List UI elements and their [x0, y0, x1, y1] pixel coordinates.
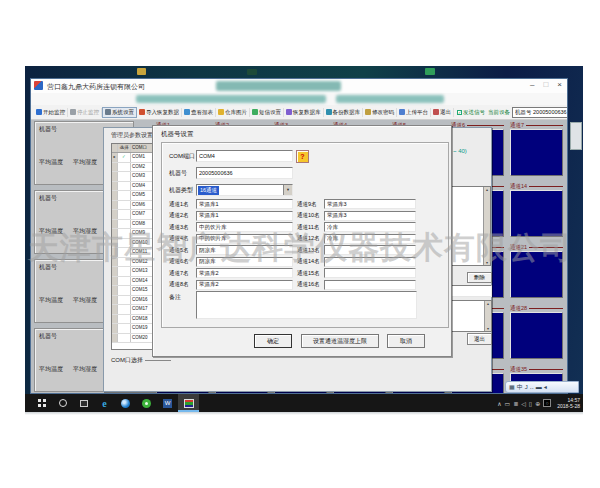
word-button[interactable]: W [157, 394, 178, 412]
channel-name-input[interactable] [324, 280, 416, 290]
com-select-checkbox[interactable] [118, 258, 131, 267]
channel-name-input[interactable] [196, 234, 293, 244]
minimize-button[interactable]: – [530, 80, 534, 89]
com-select-checkbox[interactable] [118, 163, 131, 172]
desktop-icon-green[interactable] [425, 68, 435, 75]
ok-button[interactable]: 确定 [254, 334, 292, 348]
com-port-row[interactable]: COM12 [112, 258, 155, 268]
desktop-icon-dark[interactable] [247, 69, 257, 75]
com-select-checkbox[interactable] [118, 201, 131, 210]
com-select-checkbox[interactable] [118, 267, 131, 276]
channel-name-input[interactable] [324, 268, 416, 278]
antivirus-button[interactable] [136, 394, 157, 412]
help-button[interactable]: ? [296, 150, 309, 163]
monitor-app-button[interactable] [178, 394, 199, 412]
restore-database-button[interactable]: 恢复数据库 [284, 108, 324, 117]
device-combobox[interactable]: 机器号 20005000636 16通道 ▼ [512, 107, 567, 118]
com-port-row[interactable]: COM2 [112, 163, 155, 173]
ime-band-icon[interactable]: ▬ [536, 382, 542, 392]
com-port-row[interactable]: COM6 [112, 201, 155, 211]
channel-name-input[interactable] [324, 222, 416, 232]
channel-name-input[interactable] [196, 280, 293, 290]
com-port-row[interactable]: COM4 [112, 182, 155, 192]
com-select-checkbox[interactable] [118, 277, 131, 286]
set-channel-limits-button[interactable]: 设置通道温湿度上限 [301, 334, 379, 348]
com-port-row[interactable]: COM13 [112, 267, 155, 277]
scroll-up-icon[interactable]: ▴ [486, 187, 488, 192]
com-port-row[interactable]: COM7 [112, 210, 155, 220]
ime-language-bar[interactable]: ▦ 中 J ‥ ▬ ◂ [505, 381, 579, 393]
scroll-up-icon[interactable]: ▴ [487, 301, 489, 306]
com-select-checkbox[interactable] [118, 172, 131, 181]
channel-name-input[interactable] [196, 211, 293, 221]
channel-name-input[interactable] [324, 257, 416, 267]
edge-button[interactable]: e [94, 394, 115, 412]
view-reports-button[interactable]: 查看报表 [182, 108, 216, 117]
com-port-row[interactable]: COM14 [112, 277, 155, 287]
send-signal-checkbox[interactable]: ✓ [457, 110, 462, 115]
tray-app-icon[interactable]: ○ [543, 399, 551, 407]
import-restore-data-button[interactable]: 导入恢复数据 [137, 108, 182, 117]
com-select-checkbox[interactable] [118, 305, 131, 314]
ime-arrow-icon[interactable]: ◂ [544, 382, 547, 392]
channel-name-input[interactable] [196, 222, 293, 232]
com-select-checkbox[interactable] [118, 248, 131, 257]
sms-settings-button[interactable]: 短信设置 [250, 108, 284, 117]
machine-no-input[interactable] [196, 167, 293, 179]
task-view-button[interactable] [73, 394, 94, 412]
start-button[interactable] [31, 394, 52, 412]
channel-name-input[interactable] [196, 257, 293, 267]
tray-monitor-icon[interactable]: ▯ [529, 400, 532, 407]
stop-monitoring-button[interactable]: 停止监控 [68, 108, 102, 117]
com-port-row[interactable]: COM11 [112, 248, 155, 258]
com-select-checkbox[interactable]: ✓ [118, 153, 131, 162]
admin-exit-button[interactable]: 退出 [467, 333, 492, 345]
com-port-row[interactable]: COM17 [112, 305, 155, 315]
channel-name-input[interactable] [196, 245, 293, 255]
com-port-row[interactable]: COM8 [112, 220, 155, 230]
browser-button[interactable] [115, 394, 136, 412]
com-port-row[interactable]: COM9 [112, 229, 155, 239]
com-select-checkbox[interactable] [118, 286, 131, 295]
scroll-down-icon[interactable]: ▾ [486, 260, 488, 265]
tray-chevron-up-icon[interactable]: ∧ [497, 400, 501, 407]
com-port-row[interactable]: COM5 [112, 191, 155, 201]
backup-database-button[interactable]: 备份数据库 [324, 108, 364, 117]
channel-name-input[interactable] [324, 245, 416, 255]
tray-window-icon[interactable]: ▭ [505, 400, 511, 407]
ime-grid-icon[interactable]: ▦ [509, 382, 515, 392]
chevron-down-icon[interactable]: ▼ [283, 185, 292, 195]
scroll-down-icon[interactable]: ▾ [487, 326, 489, 331]
scrollbar[interactable]: ▴▾ [484, 301, 491, 331]
warehouse-pictures-button[interactable]: 仓库图片 [216, 108, 250, 117]
tray-lines-icon[interactable]: ≣ [513, 400, 518, 407]
exit-button[interactable]: 退出 [431, 108, 454, 117]
scrollbar[interactable]: ▴▾ [483, 187, 490, 265]
com-port-row[interactable]: COM3 [112, 172, 155, 182]
com-port-row[interactable]: COM15 [112, 286, 155, 296]
com-port-row[interactable]: COM16 [112, 296, 155, 306]
remark-textarea[interactable] [196, 291, 417, 319]
channel-name-input[interactable] [324, 199, 416, 209]
upload-platform-button[interactable]: 上传平台 [397, 108, 431, 117]
cancel-button[interactable]: 取消 [387, 334, 425, 348]
com-select-checkbox[interactable] [118, 210, 131, 219]
cortana-button[interactable] [52, 394, 73, 412]
com-select-checkbox[interactable] [118, 182, 131, 191]
channel-name-input[interactable] [196, 199, 293, 209]
com-select-checkbox[interactable] [118, 296, 131, 305]
machine-type-dropdown[interactable]: 16通道 ▼ [196, 184, 293, 196]
com-select-checkbox[interactable] [118, 229, 131, 238]
com-select-checkbox[interactable] [118, 334, 131, 343]
system-settings-button[interactable]: 系统设置 [102, 107, 137, 118]
tray-volume-icon[interactable]: ◁ [521, 400, 526, 407]
com-port-input[interactable] [196, 150, 293, 162]
ime-more-icon[interactable]: ‥ [530, 382, 534, 392]
com-port-row[interactable]: COM19 [112, 324, 155, 334]
channel-name-input[interactable] [324, 211, 416, 221]
channel-name-input[interactable] [196, 268, 293, 278]
com-select-checkbox[interactable] [118, 220, 131, 229]
com-port-row[interactable]: COM18 [112, 315, 155, 325]
com-select-checkbox[interactable] [118, 191, 131, 200]
com-port-row[interactable]: COM20 [112, 334, 155, 344]
